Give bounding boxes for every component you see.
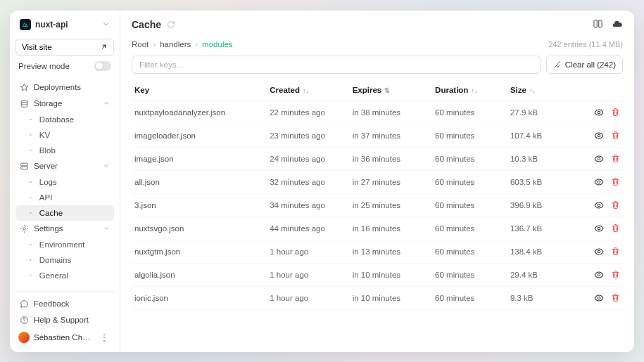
svg-point-15 [598, 297, 600, 299]
external-link-icon [100, 43, 108, 51]
breadcrumb-row: Root›handlers›modules 242 entries (11.4 … [132, 40, 623, 49]
col-key[interactable]: Key [134, 86, 270, 94]
storage-icon [20, 99, 29, 108]
sidebar-item-label: Server [34, 162, 58, 170]
cell-duration: 60 minutes [435, 178, 510, 186]
view-icon[interactable] [594, 247, 604, 257]
visit-site-button[interactable]: Visit site [15, 39, 114, 56]
view-icon[interactable] [594, 224, 604, 233]
cell-size: 27.9 kB [510, 108, 578, 117]
view-icon[interactable] [594, 200, 604, 210]
table-row: ionic.json1 hour agoin 10 minutes60 minu… [132, 287, 623, 310]
sidebar-item-server[interactable]: Server [15, 158, 114, 174]
sidebar-item-label: Logs [39, 178, 57, 186]
sidebar-item-deployments[interactable]: Deployments [15, 79, 114, 96]
view-icon[interactable] [594, 177, 604, 187]
col-duration[interactable]: Duration↑↓ [435, 86, 510, 94]
filter-input[interactable] [132, 56, 541, 74]
svg-point-9 [598, 157, 600, 160]
sidebar-item-kv[interactable]: KV [15, 127, 114, 143]
col-created[interactable]: Created↑↓ [270, 86, 352, 94]
view-icon[interactable] [594, 131, 604, 141]
cloud-icon[interactable] [612, 19, 623, 30]
sidebar-item-logs[interactable]: Logs [15, 174, 114, 190]
cell-key: nuxtsvgo.json [134, 224, 270, 233]
svg-rect-1 [21, 163, 28, 166]
entries-count: 242 entries [548, 40, 586, 49]
meta-text: 242 entries (11.4 MB) [548, 40, 623, 49]
sidebar-item-blob[interactable]: Blob [15, 143, 114, 158]
trash-icon[interactable] [611, 131, 620, 140]
cell-created: 34 minutes ago [270, 201, 352, 209]
table-row: imageloader.json23 minutes agoin 37 minu… [132, 124, 623, 148]
feedback-link[interactable]: Feedback [15, 296, 114, 312]
more-icon[interactable]: ⋮ [97, 331, 111, 344]
visit-site-label: Visit site [22, 43, 52, 51]
clear-all-button[interactable]: Clear all (242) [546, 56, 623, 74]
sidebar-item-environment[interactable]: Environment [15, 237, 114, 252]
view-icon[interactable] [594, 108, 604, 117]
view-icon[interactable] [594, 293, 604, 303]
breadcrumb-item[interactable]: handlers [160, 40, 191, 49]
user-name: Sébastien Cho… [34, 333, 93, 342]
trash-icon[interactable] [611, 224, 620, 233]
chevron-down-icon [103, 225, 110, 232]
page-title-text: Cache [132, 19, 161, 30]
preview-toggle[interactable] [94, 61, 111, 71]
svg-point-11 [598, 204, 600, 207]
cell-created: 23 minutes ago [270, 131, 352, 140]
preview-mode-row: Preview mode [15, 56, 114, 77]
table-row: all.json32 minutes agoin 27 minutes60 mi… [132, 171, 623, 194]
project-logo [20, 19, 31, 30]
trash-icon[interactable] [611, 177, 620, 186]
svg-point-4 [22, 167, 23, 168]
broom-icon [553, 60, 562, 69]
svg-point-0 [21, 100, 27, 102]
trash-icon[interactable] [611, 108, 620, 117]
help-label: Help & Support [34, 316, 89, 324]
col-expires[interactable]: Expires⇅ [353, 86, 435, 94]
book-icon[interactable] [593, 19, 603, 30]
cell-key: ionic.json [134, 294, 270, 302]
table-row: algolia.json1 hour agoin 10 minutes60 mi… [132, 264, 623, 287]
app-window: nuxt-api Visit site Preview mode Deploym… [10, 11, 634, 352]
col-size[interactable]: Size↑↓ [510, 86, 578, 94]
top-icons [593, 19, 623, 30]
trash-icon[interactable] [611, 247, 620, 256]
cache-table: Key Created↑↓ Expires⇅ Duration↑↓ Size↑↓… [132, 79, 623, 344]
cell-created: 24 minutes ago [270, 155, 352, 163]
refresh-icon[interactable] [167, 20, 175, 29]
cell-key: nuxtgtm.json [134, 247, 270, 256]
cell-duration: 60 minutes [435, 201, 510, 209]
sidebar-item-api[interactable]: API [15, 190, 114, 205]
trash-icon[interactable] [611, 154, 620, 163]
breadcrumb-item[interactable]: Root [132, 40, 149, 49]
table-row: nuxtsvgo.json44 minutes agoin 16 minutes… [132, 217, 623, 240]
help-link[interactable]: Help & Support [15, 312, 114, 328]
project-selector[interactable]: nuxt-api [15, 16, 114, 33]
sidebar-nav: DeploymentsStorageDatabaseKVBlobServerLo… [15, 79, 114, 288]
row-actions [578, 177, 620, 187]
sidebar-item-database[interactable]: Database [15, 112, 114, 127]
trash-icon[interactable] [611, 200, 620, 209]
cell-created: 1 hour ago [270, 247, 352, 256]
svg-point-5 [23, 227, 25, 229]
user-row[interactable]: Sébastien Cho… ⋮ [15, 328, 114, 347]
sidebar-item-label: Blob [39, 146, 56, 155]
sidebar-item-cache[interactable]: Cache [15, 205, 114, 221]
page-title: Cache [132, 19, 175, 30]
settings-icon [20, 224, 29, 233]
trash-icon[interactable] [611, 293, 620, 302]
sidebar-item-general[interactable]: General [15, 268, 114, 283]
sidebar-item-storage[interactable]: Storage [15, 96, 114, 112]
chevron-down-icon [102, 20, 110, 28]
table-row: nuxtpayloadanalyzer.json22 minutes agoin… [132, 101, 623, 124]
view-icon[interactable] [594, 154, 604, 164]
view-icon[interactable] [594, 270, 604, 280]
main: Cache Root›handlers›modules 242 entries … [120, 11, 634, 352]
sidebar: nuxt-api Visit site Preview mode Deploym… [10, 11, 120, 352]
sidebar-item-settings[interactable]: Settings [15, 221, 114, 237]
trash-icon[interactable] [611, 270, 620, 279]
breadcrumb-separator: › [195, 40, 198, 49]
sidebar-item-domains[interactable]: Domains [15, 252, 114, 268]
